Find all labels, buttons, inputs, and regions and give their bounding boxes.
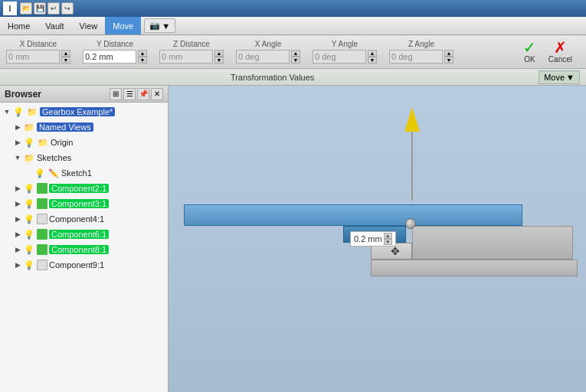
x-angle-input[interactable] <box>236 50 290 64</box>
move-dropdown[interactable]: Move ▼ <box>539 70 580 84</box>
toggle-sketch1 <box>23 169 34 177</box>
component4-label: Component4:1 <box>49 214 104 224</box>
tree-item-gearbox[interactable]: ▼ 💡 📁 Gearbox Example* <box>0 104 168 119</box>
origin-label: Origin <box>51 138 73 147</box>
folder-icon-gearbox: 📁 <box>26 106 38 118</box>
toggle-component8: ▶ <box>12 246 23 253</box>
y-distance-down[interactable]: ▼ <box>138 57 147 64</box>
bulb-icon-component8: 💡 <box>23 243 35 256</box>
component-icon-component4 <box>37 214 47 224</box>
component-icon-component8 <box>37 244 47 255</box>
transformation-label: Transformation Values <box>6 73 539 82</box>
component6-label: Component6:1 <box>49 230 109 239</box>
check-icon: ✓ <box>523 40 536 55</box>
y-angle-up[interactable]: ▲ <box>368 50 377 57</box>
menu-home[interactable]: Home <box>0 17 38 34</box>
component8-label: Component8:1 <box>49 245 109 254</box>
camera-icon: 📷 <box>149 21 160 31</box>
browser-tree: ▼ 💡 📁 Gearbox Example* ▶ 📁 Named Views ▶… <box>0 103 168 392</box>
sketch-icon-sketch1: ✏️ <box>47 167 60 179</box>
folder-icon-origin: 📁 <box>37 136 49 149</box>
save-icon[interactable]: 💾 <box>34 2 46 15</box>
bulb-icon-component9: 💡 <box>23 259 35 271</box>
sketches-label: Sketches <box>37 153 71 162</box>
title-bar: I 📂 💾 ↩ ↪ <box>0 0 586 17</box>
move-cursor-icon: ✥ <box>391 245 400 257</box>
x-angle-label: X Angle <box>236 40 300 48</box>
z-angle-down[interactable]: ▼ <box>444 57 453 64</box>
component-icon-component6 <box>37 229 47 240</box>
transformation-row: Transformation Values Move ▼ <box>0 69 586 86</box>
tree-item-component2[interactable]: ▶ 💡 Component2:1 <box>0 181 168 196</box>
menu-move[interactable]: Move <box>105 17 141 34</box>
bulb-icon-sketch1: 💡 <box>34 167 46 179</box>
z-distance-label: Z Distance <box>159 40 224 48</box>
tree-item-sketches[interactable]: ▼ 📁 Sketches <box>0 150 168 165</box>
tree-item-component4[interactable]: ▶ 💡 Component4:1 <box>0 211 168 227</box>
open-icon[interactable]: 📂 <box>20 2 32 15</box>
browser-close-icon[interactable]: ✕ <box>151 88 163 100</box>
y-distance-label: Y Distance <box>83 40 147 48</box>
camera-button[interactable]: 📷 ▼ <box>144 18 175 33</box>
redo-icon[interactable]: ↪ <box>61 2 74 15</box>
ok-button[interactable]: ✓ OK <box>519 38 541 65</box>
tree-item-component6[interactable]: ▶ 💡 Component6:1 <box>0 227 168 242</box>
viewport[interactable]: 0.2 mm ▲ ▼ ✥ <box>169 86 586 392</box>
toggle-component4: ▶ <box>12 215 23 223</box>
x-distance-spinner: ▲ ▼ <box>61 50 70 64</box>
tree-item-named-views[interactable]: ▶ 📁 Named Views <box>0 119 168 135</box>
component2-label: Component2:1 <box>49 184 109 193</box>
toggle-component6: ▶ <box>12 230 23 238</box>
move-arrow-line <box>411 132 413 201</box>
tree-item-origin[interactable]: ▶ 💡 📁 Origin <box>0 135 168 150</box>
toolbar: X Distance ▲ ▼ Y Distance ▲ ▼ Z Distance… <box>0 35 586 69</box>
z-distance-input[interactable] <box>159 50 213 64</box>
tree-item-component8[interactable]: ▶ 💡 Component8:1 <box>0 242 168 257</box>
menu-vault[interactable]: Vault <box>38 17 71 34</box>
z-distance-up[interactable]: ▲ <box>214 50 224 57</box>
browser-header: Browser ⊞ ☰ 📌 ✕ <box>0 86 168 103</box>
z-angle-label: Z Angle <box>389 40 453 48</box>
y-angle-spinner: ▲ ▼ <box>368 50 377 64</box>
bulb-icon-component3: 💡 <box>23 198 35 210</box>
component9-label: Component9:1 <box>49 260 104 270</box>
folder-icon-named-views: 📁 <box>23 121 35 133</box>
x-angle-up[interactable]: ▲ <box>291 50 300 57</box>
cancel-label: Cancel <box>548 55 572 64</box>
x-distance-up[interactable]: ▲ <box>61 50 70 57</box>
move-dropdown-arrow: ▼ <box>566 73 575 82</box>
z-angle-spinner: ▲ ▼ <box>444 50 453 64</box>
x-distance-input[interactable] <box>6 50 60 64</box>
toggle-sketches: ▼ <box>12 154 23 162</box>
browser-grid-icon[interactable]: ⊞ <box>110 88 122 100</box>
y-angle-down[interactable]: ▼ <box>368 57 377 64</box>
browser-list-icon[interactable]: ☰ <box>123 88 136 100</box>
x-angle-spinner: ▲ ▼ <box>291 50 300 64</box>
menu-view[interactable]: View <box>72 17 106 34</box>
y-angle-input[interactable] <box>313 50 366 64</box>
y-distance-input[interactable] <box>83 50 136 64</box>
browser-panel: Browser ⊞ ☰ 📌 ✕ ▼ 💡 📁 Gearbox Example* ▶… <box>0 86 169 392</box>
dim-up[interactable]: ▲ <box>384 233 392 239</box>
bulb-icon-gearbox: 💡 <box>12 106 25 118</box>
named-views-label: Named Views <box>37 122 93 132</box>
undo-icon[interactable]: ↩ <box>47 2 60 15</box>
cancel-button[interactable]: ✗ Cancel <box>544 38 577 65</box>
ok-label: OK <box>524 55 535 64</box>
move-dropdown-label: Move <box>544 73 565 82</box>
z-angle-input[interactable] <box>389 50 443 64</box>
dim-down[interactable]: ▼ <box>384 239 392 245</box>
browser-pin-icon[interactable]: 📌 <box>137 88 149 100</box>
tree-item-sketch1[interactable]: 💡 ✏️ Sketch1 <box>0 165 168 181</box>
tree-item-component9[interactable]: ▶ 💡 Component9:1 <box>0 257 168 273</box>
z-distance-down[interactable]: ▼ <box>214 57 224 64</box>
camera-dropdown-arrow: ▼ <box>162 21 170 31</box>
x-angle-down[interactable]: ▼ <box>291 57 300 64</box>
bulb-icon-component6: 💡 <box>23 228 35 240</box>
tree-item-component3[interactable]: ▶ 💡 Component3:1 <box>0 196 168 211</box>
x-distance-down[interactable]: ▼ <box>61 57 70 64</box>
y-distance-up[interactable]: ▲ <box>138 50 147 57</box>
component-icon-component9 <box>37 260 47 270</box>
z-angle-up[interactable]: ▲ <box>444 50 453 57</box>
app-logo: I <box>3 2 17 15</box>
